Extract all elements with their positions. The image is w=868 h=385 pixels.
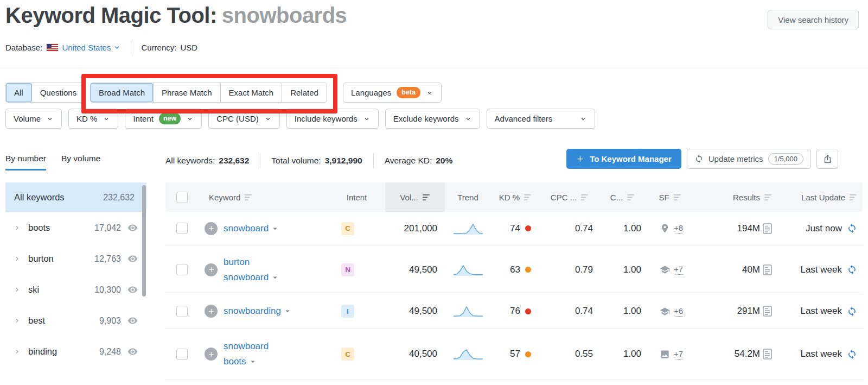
filter-label: Volume [14, 114, 41, 123]
advanced-filters-dropdown[interactable]: Advanced filters [487, 109, 595, 129]
serp-features-count[interactable]: +8 [674, 223, 683, 233]
sort-icon [849, 194, 857, 201]
row-checkbox[interactable] [176, 306, 188, 317]
cpc-filter-dropdown[interactable]: CPC (USD) [208, 109, 280, 129]
column-header-trend[interactable]: Trend [445, 182, 491, 212]
column-header-serp-features[interactable]: SF [646, 182, 694, 212]
volume-filter-dropdown[interactable]: Volume [5, 109, 62, 129]
row-checkbox[interactable] [176, 349, 188, 360]
column-header-kd[interactable]: KD % [491, 182, 540, 212]
add-keyword-icon[interactable] [205, 222, 218, 235]
filter-bar: Volume KD % Intent new CPC (USD) Include… [5, 109, 595, 129]
map-pin-icon [660, 223, 670, 233]
chevron-down-icon [363, 115, 371, 123]
sidebar-item-burton[interactable]: burton 12,763 [5, 243, 146, 274]
database-selector[interactable]: United States [62, 43, 121, 52]
tab-by-volume[interactable]: By volume [61, 154, 100, 171]
add-keyword-icon[interactable] [205, 305, 218, 318]
languages-label: Languages [351, 88, 391, 97]
to-keyword-manager-button[interactable]: To Keyword Manager [566, 149, 681, 169]
column-header-cpc[interactable]: CPC ... [540, 182, 599, 212]
kd-value: 74 [510, 223, 520, 234]
select-all-checkbox[interactable] [176, 192, 188, 203]
table-header: Keyword Intent Vol... Trend KD % CPC ...… [165, 182, 863, 212]
serp-icon[interactable] [763, 306, 772, 317]
volume-value: 49,500 [385, 294, 445, 328]
column-header-intent[interactable]: Intent [328, 182, 385, 212]
eye-icon[interactable] [127, 223, 138, 233]
tab-related[interactable]: Related [282, 83, 327, 102]
keyword-dropdown-icon[interactable] [270, 273, 280, 282]
serp-features-count[interactable]: +7 [674, 349, 683, 359]
tab-questions[interactable]: Questions [31, 83, 85, 102]
column-header-last-update[interactable]: Last Update [778, 182, 863, 212]
column-header-competition[interactable]: C... [599, 182, 646, 212]
filter-label: Include keywords [295, 114, 358, 123]
sidebar-scrollbar[interactable] [142, 185, 146, 296]
graduation-cap-icon [660, 306, 670, 317]
column-header-volume[interactable]: Vol... [385, 182, 445, 212]
exclude-keywords-dropdown[interactable]: Exclude keywords [385, 109, 480, 129]
results-value: 194M [737, 223, 760, 234]
tab-exact-match[interactable]: Exact Match [220, 83, 282, 102]
last-update-value: Last week [800, 264, 842, 275]
column-header-keyword[interactable]: Keyword [198, 182, 328, 212]
add-keyword-icon[interactable] [205, 263, 218, 276]
sidebar-item-ski[interactable]: ski 10,300 [5, 274, 146, 305]
keyword-dropdown-icon[interactable] [270, 224, 280, 233]
tab-broad-match[interactable]: Broad Match [91, 83, 153, 102]
refresh-icon[interactable] [847, 264, 857, 275]
column-header-results[interactable]: Results [694, 182, 778, 212]
keyword-dropdown-icon[interactable] [283, 306, 292, 316]
intent-badge[interactable]: N [341, 263, 354, 276]
keyword-link[interactable]: snowboard boots [224, 339, 280, 369]
update-metrics-label: Update metrics [709, 154, 763, 163]
keyword-link[interactable]: snowboarding [224, 304, 292, 319]
refresh-icon[interactable] [847, 306, 857, 317]
sort-icon [524, 194, 532, 201]
serp-features-count[interactable]: +7 [674, 264, 683, 275]
intent-badge[interactable]: C [341, 222, 354, 235]
sidebar-item-count: 9,903 [99, 316, 121, 326]
refresh-icon[interactable] [847, 223, 857, 233]
serp-icon[interactable] [763, 349, 772, 359]
include-keywords-dropdown[interactable]: Include keywords [286, 109, 379, 129]
keyword-dropdown-icon[interactable] [248, 357, 258, 367]
stat-label: Total volume: [271, 156, 321, 166]
serp-icon[interactable] [763, 264, 772, 275]
divider [260, 153, 260, 168]
view-search-history-button[interactable]: View search history [768, 10, 859, 29]
row-checkbox[interactable] [176, 223, 188, 234]
tab-all[interactable]: All [6, 83, 31, 102]
update-metrics-button[interactable]: Update metrics 1/5,000 [687, 149, 811, 169]
row-checkbox[interactable] [176, 264, 188, 275]
sidebar-item-binding[interactable]: binding 9,248 [5, 336, 146, 367]
eye-icon[interactable] [127, 346, 138, 357]
sidebar-item-all-keywords[interactable]: All keywords 232,632 [5, 182, 146, 212]
languages-dropdown[interactable]: Languages beta [343, 83, 442, 103]
intent-badge[interactable]: I [341, 305, 354, 318]
competition-value: 1.00 [599, 294, 646, 328]
beta-badge: beta [397, 87, 420, 98]
intent-filter-dropdown[interactable]: Intent new [125, 109, 202, 129]
serp-icon[interactable] [763, 223, 772, 234]
sidebar-item-best[interactable]: best 9,903 [5, 305, 146, 336]
intent-badge[interactable]: C [341, 348, 354, 361]
tab-by-number[interactable]: By number [5, 154, 46, 171]
refresh-icon[interactable] [847, 349, 857, 359]
sidebar-item-boots[interactable]: boots 17,042 [5, 212, 146, 243]
chevron-right-icon [13, 255, 21, 263]
eye-icon[interactable] [127, 254, 138, 264]
eye-icon[interactable] [127, 285, 138, 295]
chevron-right-icon [13, 224, 21, 232]
kd-filter-dropdown[interactable]: KD % [68, 109, 118, 129]
keyword-link[interactable]: snowboard [224, 221, 280, 236]
add-keyword-icon[interactable] [205, 348, 218, 361]
eye-icon[interactable] [127, 315, 138, 326]
chevron-down-icon [264, 115, 272, 123]
serp-features-count[interactable]: +6 [674, 306, 683, 317]
keyword-link[interactable]: burton snowboard [224, 255, 280, 285]
tab-phrase-match[interactable]: Phrase Match [153, 83, 220, 102]
export-button[interactable] [816, 149, 838, 169]
sort-icon [580, 194, 589, 201]
